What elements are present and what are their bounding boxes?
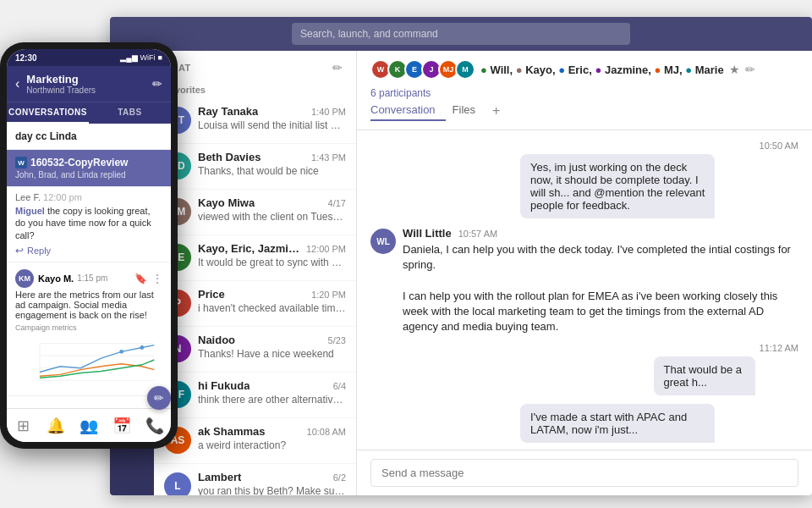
compose-input[interactable] [370,459,798,487]
phone-conv-name-copyreview: 160532-CopyReview [30,157,128,168]
phone-chart-text: Here are the metrics from our last ad ca… [15,290,162,320]
reply-icon: ↩ [15,245,24,257]
conv-item-lambert[interactable]: L Lambert 6/2 you ran this by Beth? Make… [154,464,356,495]
phone-tabs: CONVERSATIONS TABS [7,102,171,124]
phone-bottom-home[interactable]: ⊞ [7,409,40,442]
conv-avatar-l: L [164,472,191,495]
conv-name-n: Naidoo [198,334,235,346]
chat-tabs: Conversation Files + [370,100,798,121]
conv-time-rt: 1:40 PM [311,107,346,117]
phone-edit-button[interactable]: ✏ [152,77,162,91]
conv-time-hf: 6/4 [333,381,346,391]
main-area: 2 🔔 Activity 1 💬 Chat 1 👥 Teams Chat ✏ F… [110,51,812,495]
phone-chart-avatar: KM [15,269,34,288]
bookmark-icon[interactable]: 🔖 [134,273,147,284]
participants-names: ● Will, ● Kayo, ● Eric, ● Jazmine, ● MJ,… [480,64,724,76]
participant-count[interactable]: 6 participants [370,85,798,100]
word-icon: W [15,157,27,168]
conv-preview-p: i haven't checked available times yet [198,302,346,314]
phone-nav-subtitle: Northwind Traders [26,86,152,95]
phone-chart-header: KM Kayo M. 1:15 pm 🔖 ⋮ [15,269,162,288]
conv-name-rt: Ray Tanaka [198,105,258,118]
phone-conv-item-copyreview[interactable]: W 160532-CopyReview John, Brad, and Lind… [7,150,171,187]
phone-conv-name-linda: day cc Linda [15,130,162,142]
phone-chart-sender-info: KM Kayo M. 1:15 pm [15,269,107,288]
phone-msg-section: Lee F. 12:00 pm Miguel the copy is looki… [7,187,171,262]
phone-conv-list: day cc Linda W 160532-CopyReview John, B… [7,124,171,408]
conv-preview-n: Thanks! Have a nice weekend [198,348,346,360]
msg-time-right-2: 11:12 AM [654,343,798,353]
msg-text-will-1: Daniela, I can help you with the deck to… [403,242,798,334]
phone-msg-sender: Lee F. 12:00 pm [15,192,162,202]
svg-point-6 [140,345,144,350]
phone-chart-section: KM Kayo M. 1:15 pm 🔖 ⋮ Here are the metr… [7,262,171,396]
chart-title: Campaign metrics [15,323,162,332]
conv-name-hf: hi Fukuda [198,379,250,392]
phone-chart-action-icons: 🔖 ⋮ [134,273,162,284]
tab-conversation[interactable]: Conversation [370,100,446,121]
add-tab-button[interactable]: + [492,103,500,119]
conv-time-bd: 1:43 PM [311,152,346,163]
phone-bottom-nav: ⊞ 🔔 👥 📅 📞 [7,408,171,442]
conv-name-l: Lambert [198,471,241,483]
phone-chart-time: 1:15 pm [77,273,107,283]
conv-preview-km: viewed with the client on Tuesday, she h… [198,211,346,223]
search-placeholder: Search, launch, and command [300,28,438,40]
more-icon[interactable]: ⋮ [152,273,162,284]
msg-time-will-1: 10:57 AM [458,229,497,239]
msg-bubble-right-2: That would be a great h... [654,356,755,395]
phone-back-button[interactable]: ‹ [15,76,19,91]
conv-preview-group: It would be great to sync with you bo... [198,257,346,268]
msg-time-right-1: 10:50 AM [520,141,798,151]
phone-msg-text: Miguel the copy is looking great, do you… [15,205,162,241]
conv-preview-hf: think there are other alternatives we c.… [198,394,346,406]
message-right-3: I've made a start with APAC and LATAM, n… [520,404,798,443]
conv-preview-bd: Thanks, that would be nice [198,165,346,177]
phone-tab-conversations[interactable]: CONVERSATIONS [7,102,89,124]
phone-outer: 12:30 ▂▄▆ WiFi ■ ‹ Marketing Northwind T… [0,42,178,449]
tab-files[interactable]: Files [453,100,486,121]
message-right-1: 10:50 AM Yes, im just working on the dec… [520,141,798,218]
compose-button[interactable]: ✏ [329,59,346,76]
mini-chart [15,334,162,385]
phone-bottom-activity[interactable]: 🔔 [40,409,73,442]
msg-avatar-will: WL [370,229,396,254]
phone-conv-meta-copyreview: John, Brad, and Linda replied [15,170,162,179]
phone-nav-title: Marketing [26,73,152,86]
phone-status-bar: 12:30 ▂▄▆ WiFi ■ [7,49,171,66]
calls-icon: 📞 [145,417,164,435]
mobile-phone: 12:30 ▂▄▆ WiFi ■ ‹ Marketing Northwind T… [0,42,186,457]
msg-content-will-1: Will Little 10:57 AM Daniela, I can help… [403,227,798,334]
phone-tab-tabs[interactable]: TABS [89,102,171,124]
conv-info-n: Naidoo 5/23 Thanks! Have a nice weekend [198,334,346,360]
conv-name-p: Price [198,288,225,301]
phone-bottom-teams[interactable]: 👥 [73,409,106,442]
wifi-icon: WiFi [140,53,156,62]
phone-nav-info: Marketing Northwind Traders [26,73,152,95]
participant-avatars: W K E J MJ M [370,59,475,80]
phone-conv-item-linda[interactable]: day cc Linda [7,124,171,150]
conv-info-rt: Ray Tanaka 1:40 PM Louisa will send the … [198,105,346,131]
phone-reply-button[interactable]: ↩ Reply [15,245,162,257]
conv-preview-rt: Louisa will send the initial list of att… [198,119,346,131]
phone-bottom-meetings[interactable]: 📅 [105,409,138,442]
message-will-1: WL Will Little 10:57 AM Daniela, I can h… [370,227,798,334]
phone-bottom-calls[interactable]: 📞 [138,409,171,442]
fab-compose-button[interactable]: ✏ [147,386,171,410]
battery-icon: ■ [158,53,162,62]
conv-name-bd: Beth Davies [198,151,261,163]
star-icon[interactable]: ★ [729,63,740,76]
phone-screen: 12:30 ▂▄▆ WiFi ■ ‹ Marketing Northwind T… [7,49,171,442]
fab-icon: ✏ [154,391,164,405]
phone-time: 12:30 [15,53,37,63]
conv-time-group: 12:00 PM [306,244,346,254]
chat-header: W K E J MJ M ● Will, ● Kayo, ● Eric, ● J… [357,51,812,130]
conv-info-hf: hi Fukuda 6/4 think there are other alte… [198,379,346,406]
edit-participants-icon[interactable]: ✏ [745,63,755,76]
msg-bubble-right-1: Yes, im just working on the deck now, it… [520,154,715,218]
conv-info-as: ak Shammas 10:08 AM a weird interaction? [198,425,346,451]
conv-info-p: Price 1:20 PM i haven't checked availabl… [198,288,346,314]
search-bar[interactable]: Search, launch, and command [292,23,630,45]
phone-nav-header: ‹ Marketing Northwind Traders ✏ [7,66,171,102]
chat-area: W K E J MJ M ● Will, ● Kayo, ● Eric, ● J… [357,51,812,495]
